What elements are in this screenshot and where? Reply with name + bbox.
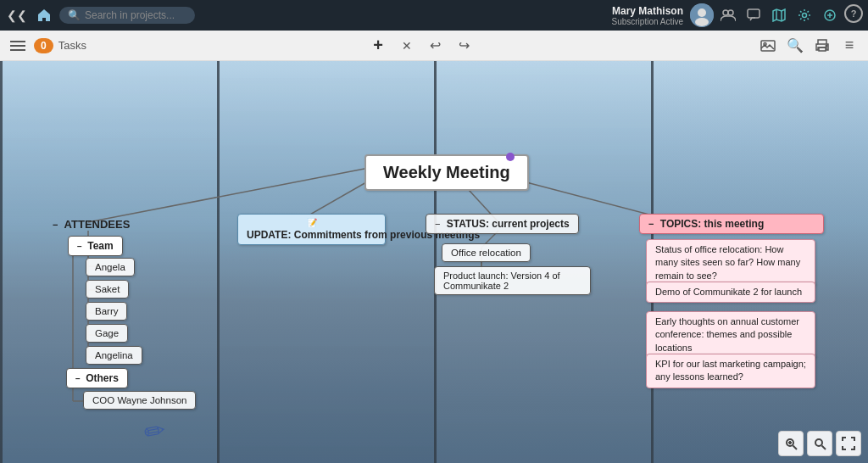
user-details: Mary Mathison Subscription Active [612, 5, 684, 26]
others-collapse-icon[interactable]: − [75, 374, 81, 383]
status-header[interactable]: − STATUS: current projects [426, 214, 579, 234]
user-status: Subscription Active [612, 17, 684, 26]
connector-dot [506, 153, 515, 161]
member-gage[interactable]: Gage [86, 324, 128, 343]
topics-item-3[interactable]: Early thoughts on annual customer confer… [646, 311, 815, 359]
top-nav-icons: ? [717, 4, 863, 26]
svg-rect-5 [748, 9, 760, 18]
status-item-2[interactable]: Product launch: Version 4 of Communikate… [434, 266, 591, 295]
top-toolbar: ❮❮ 🔍 Mary Mathison Subscription Active [0, 0, 868, 31]
attendees-collapse-icon[interactable]: − [53, 220, 58, 230]
topics-item-4[interactable]: KPI for our last marketing campaign; any… [646, 354, 815, 388]
menu-toggle-icon[interactable] [7, 35, 29, 57]
member-barry[interactable]: Barry [86, 302, 127, 321]
search-canvas-icon[interactable]: 🔍 [783, 34, 807, 58]
map-icon[interactable] [768, 4, 790, 26]
add-node-button[interactable]: + [366, 34, 390, 58]
add-icon[interactable] [819, 4, 841, 26]
undo-button[interactable]: ↩ [424, 34, 448, 58]
topics-header[interactable]: − TOPICS: this meeting [639, 214, 824, 234]
svg-line-43 [793, 446, 798, 450]
update-header[interactable]: 📝 UPDATE: Commitments from previous meet… [237, 214, 386, 245]
zoom-in-button[interactable] [778, 431, 804, 456]
user-info: Mary Mathison Subscription Active [612, 3, 715, 27]
cancel-button[interactable]: ✕ [395, 34, 419, 58]
tasks-count-badge[interactable]: 0 [34, 38, 53, 53]
member-angela[interactable]: Angela [86, 258, 135, 276]
topics-item-2[interactable]: Demo of Communikate 2 for launch [646, 282, 815, 303]
svg-point-1 [698, 8, 706, 17]
svg-point-2 [695, 18, 709, 26]
avatar [690, 3, 714, 27]
member-coo-wayne[interactable]: COO Wayne Johnson [83, 391, 196, 410]
search-canvas-button[interactable] [807, 431, 832, 456]
topics-collapse-icon[interactable]: − [648, 219, 654, 229]
team-node[interactable]: − Team [68, 236, 123, 256]
more-menu-icon[interactable]: ≡ [837, 34, 861, 58]
status-collapse-icon[interactable]: − [435, 219, 440, 229]
svg-rect-17 [818, 40, 826, 44]
status-item-1[interactable]: Office relocation [442, 243, 531, 262]
main-title-node[interactable]: Weekly Meeting [364, 154, 529, 191]
secondary-toolbar: 0 Tasks + ✕ ↩ ↪ 🔍 ≡ [0, 31, 868, 61]
chat-icon[interactable] [743, 4, 765, 26]
image-icon[interactable] [756, 34, 780, 58]
svg-point-19 [826, 45, 827, 47]
topics-item-1[interactable]: Status of office relocation: How many si… [646, 239, 815, 287]
search-icon: 🔍 [68, 9, 81, 21]
help-icon[interactable]: ? [844, 4, 863, 23]
others-node[interactable]: − Others [66, 368, 128, 388]
user-name: Mary Mathison [612, 5, 684, 17]
member-angelina[interactable]: Angelina [86, 346, 142, 365]
settings-icon[interactable] [793, 4, 815, 26]
attendees-header[interactable]: − ATTENDEES [49, 216, 133, 232]
fullscreen-button[interactable] [836, 431, 861, 456]
print-icon[interactable] [810, 34, 834, 58]
nav-back-icon[interactable]: ❮❮ [5, 3, 29, 27]
search-bar[interactable]: 🔍 [59, 7, 195, 24]
canvas-controls [778, 431, 861, 456]
redo-button[interactable]: ↪ [453, 34, 476, 58]
svg-rect-18 [819, 47, 826, 51]
tasks-label[interactable]: Tasks [58, 39, 86, 52]
canvas-area: Weekly Meeting − ATTENDEES − Team Angela… [0, 61, 868, 463]
member-saket[interactable]: Saket [86, 280, 129, 298]
right-toolbar-icons: 🔍 ≡ [756, 34, 861, 58]
svg-point-3 [723, 10, 728, 15]
svg-point-46 [815, 439, 822, 446]
svg-point-4 [728, 10, 733, 15]
people-icon[interactable] [717, 4, 739, 26]
search-input[interactable] [85, 9, 186, 21]
svg-point-8 [803, 14, 807, 18]
svg-line-47 [822, 446, 826, 450]
home-icon[interactable] [32, 3, 56, 27]
team-collapse-icon[interactable]: − [77, 242, 82, 251]
